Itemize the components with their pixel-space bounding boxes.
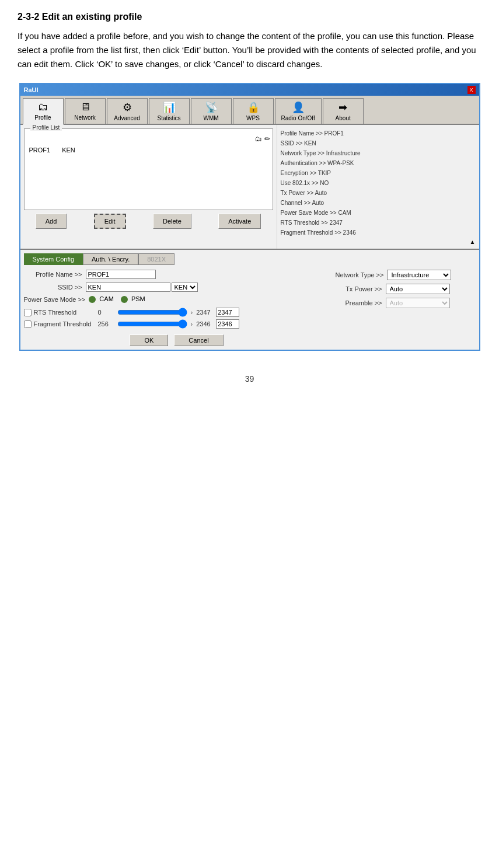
config-tab-system[interactable]: System Config: [24, 253, 83, 265]
rts-row: RTS Threshold 0 › 2347: [24, 308, 330, 317]
profile-icon: 🗂: [38, 101, 48, 113]
profile-name-label: Profile Name >>: [24, 271, 82, 278]
profile-row[interactable]: PROF1 KEN: [27, 145, 270, 155]
network-icon: 🖥: [80, 101, 90, 113]
tab-about[interactable]: ➡ About: [323, 98, 364, 124]
activate-button[interactable]: Activate: [218, 214, 261, 229]
preamble-label: Preamble >>: [336, 299, 382, 306]
tab-radio[interactable]: 👤 Radio On/Off: [275, 98, 322, 124]
tab-wmm[interactable]: 📡 WMM: [191, 98, 232, 124]
tab-statistics-label: Statistics: [157, 115, 180, 121]
ssid-label: SSID >>: [24, 284, 82, 291]
preamble-row: Preamble >> Auto: [336, 298, 476, 308]
raui-window: RaUI X 🗂 Profile 🖥 Network ⚙ Advanced 📊 …: [19, 83, 480, 351]
rts-min: 0: [98, 309, 113, 316]
rts-checkbox[interactable]: [24, 309, 32, 316]
tab-about-label: About: [336, 115, 351, 121]
config-tab-8021x[interactable]: 8021X: [138, 253, 175, 265]
profile-actions: Add Edit Delete Activate: [24, 214, 273, 229]
ssid-input[interactable]: [86, 283, 170, 292]
bottom-section: System Config Auth. \ Encry. 8021X Profi…: [20, 249, 479, 350]
power-save-label: Power Save Mode >>: [24, 296, 86, 303]
config-tab-auth[interactable]: Auth. \ Encry.: [83, 253, 138, 265]
info-channel: Channel >> Auto: [281, 198, 476, 208]
info-tx-power: Tx Power >> Auto: [281, 188, 476, 198]
scroll-indicator[interactable]: ▲: [281, 239, 476, 245]
tx-power-select[interactable]: Auto: [386, 284, 450, 294]
rts-slider[interactable]: [117, 308, 187, 317]
network-type-row: Network Type >> Infrastructure: [336, 270, 476, 280]
main-content: Profile List 🗂 ✏ PROF1 KEN Add Edit Dele: [20, 125, 479, 249]
psm-label-text: PSM: [131, 295, 145, 302]
profile-ssid-cell: KEN: [62, 147, 75, 154]
tab-profile-label: Profile: [34, 114, 51, 121]
profile-list-header: 🗂 ✏: [27, 135, 270, 143]
psm-radio-dot: [121, 296, 128, 303]
ok-button[interactable]: OK: [130, 334, 168, 346]
wmm-icon: 📡: [205, 101, 218, 114]
form-left: Profile Name >> SSID >> KEN Power Save M…: [24, 270, 330, 346]
tab-advanced-label: Advanced: [114, 115, 139, 121]
tab-network-label: Network: [74, 114, 96, 121]
tab-advanced[interactable]: ⚙ Advanced: [107, 98, 148, 124]
info-encryption: Encryption >> TKIP: [281, 168, 476, 178]
right-panel: Profile Name >> PROF1 SSID >> KEN Networ…: [277, 125, 479, 249]
network-type-select[interactable]: Infrastructure: [387, 270, 451, 280]
profile-info: Profile Name >> PROF1 SSID >> KEN Networ…: [281, 128, 476, 238]
fragment-value[interactable]: [216, 319, 239, 329]
radio-group: CAM PSM: [89, 295, 145, 303]
info-profile-name: Profile Name >> PROF1: [281, 128, 476, 138]
delete-button[interactable]: Delete: [153, 214, 191, 229]
ssid-row: SSID >> KEN: [24, 283, 330, 292]
add-button[interactable]: Add: [36, 214, 67, 229]
info-fragment-threshold: Fragment Threshold >> 2346: [281, 228, 476, 238]
tab-profile[interactable]: 🗂 Profile: [23, 98, 64, 125]
info-network-type: Network Type >> Infrastructure: [281, 148, 476, 158]
ok-cancel: OK Cancel: [24, 334, 330, 346]
titlebar: RaUI X: [20, 84, 479, 96]
profile-name-row: Profile Name >>: [24, 270, 330, 279]
about-icon: ➡: [339, 101, 347, 114]
tab-bar: 🗂 Profile 🖥 Network ⚙ Advanced 📊 Statist…: [20, 96, 479, 125]
tab-wps-label: WPS: [246, 115, 260, 121]
power-save-row: Power Save Mode >> CAM PSM: [24, 295, 330, 303]
info-authentication: Authentication >> WPA-PSK: [281, 158, 476, 168]
rts-value[interactable]: [216, 308, 239, 317]
profile-name-input[interactable]: [86, 270, 156, 279]
body-text: If you have added a profile before, and …: [18, 29, 481, 71]
ssid-select[interactable]: KEN: [172, 283, 198, 292]
cam-radio-dot: [89, 296, 96, 303]
form-area: Profile Name >> SSID >> KEN Power Save M…: [24, 270, 476, 346]
edit-button[interactable]: Edit: [94, 214, 126, 229]
fragment-max: 2346: [196, 320, 214, 327]
info-rts-threshold: RTS Threshold >> 2347: [281, 218, 476, 228]
preamble-select[interactable]: Auto: [386, 298, 450, 308]
page-heading: 2-3-2 Edit an existing profile: [18, 12, 481, 22]
profile-list-legend: Profile List: [30, 124, 62, 131]
tab-wps[interactable]: 🔒 WPS: [233, 98, 274, 124]
fragment-slider[interactable]: [117, 319, 187, 329]
cam-radio-label[interactable]: CAM: [89, 295, 114, 303]
window-title: RaUI: [24, 86, 39, 93]
tab-network[interactable]: 🖥 Network: [65, 98, 106, 124]
profile-list-box: Profile List 🗂 ✏ PROF1 KEN: [24, 128, 273, 210]
psm-radio-label[interactable]: PSM: [121, 295, 145, 303]
rts-max: 2347: [196, 309, 214, 316]
fragment-arrow: ›: [191, 320, 193, 327]
close-button[interactable]: X: [467, 86, 476, 94]
profile-pencil-icon: ✏: [264, 135, 270, 143]
fragment-checkbox[interactable]: [24, 320, 32, 328]
config-tabs: System Config Auth. \ Encry. 8021X: [24, 253, 476, 265]
radio-icon: 👤: [292, 101, 305, 114]
cam-label: CAM: [99, 295, 113, 302]
threshold-section: RTS Threshold 0 › 2347 Fragment Threshol…: [24, 308, 330, 329]
tab-statistics[interactable]: 📊 Statistics: [149, 98, 190, 124]
profile-icon-small: 🗂: [255, 135, 262, 143]
statistics-icon: 📊: [163, 101, 176, 114]
info-8021x: Use 802.1x >> NO: [281, 178, 476, 188]
fragment-row: Fragment Threshold 256 › 2346: [24, 319, 330, 329]
profile-list-icons: 🗂 ✏: [255, 135, 270, 143]
wps-icon: 🔒: [247, 101, 260, 114]
network-type-label: Network Type >>: [336, 271, 384, 278]
cancel-button[interactable]: Cancel: [174, 334, 223, 346]
